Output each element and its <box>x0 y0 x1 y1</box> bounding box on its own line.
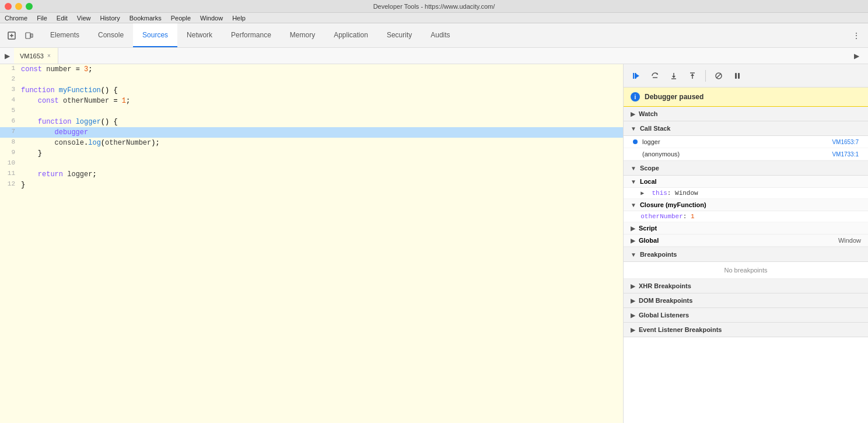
global-scope-header[interactable]: ▶ Global Window <box>624 235 868 247</box>
debugger-content[interactable]: i Debugger paused ▶ Watch ▼ Call Stack l <box>624 88 868 423</box>
inspect-element-button[interactable] <box>5 29 19 43</box>
global-listeners-arrow-icon: ▶ <box>631 312 635 319</box>
line-content-5 <box>21 106 623 117</box>
local-scope-header[interactable]: ▼ Local <box>624 176 868 188</box>
menu-file[interactable]: File <box>37 15 47 22</box>
tab-icon-area <box>0 23 41 47</box>
global-listeners-label: Global Listeners <box>639 312 689 319</box>
code-line-11: 11 return logger; <box>0 169 623 180</box>
script-label: Script <box>639 225 657 232</box>
svg-rect-13 <box>738 73 740 79</box>
event-listener-breakpoints-header[interactable]: ▶ Event Listener Breakpoints <box>624 323 868 337</box>
code-editor[interactable]: 1 const number = 3; 2 3 function myFunct… <box>0 64 623 423</box>
watch-section-header[interactable]: ▶ Watch <box>624 107 868 121</box>
deactivate-breakpoints-button[interactable] <box>710 68 727 84</box>
code-lines: 1 const number = 3; 2 3 function myFunct… <box>0 64 623 190</box>
local-label: Local <box>640 178 657 185</box>
breakpoints-label: Breakpoints <box>640 251 677 258</box>
closure-scope-header[interactable]: ▼ Closure (myFunction) <box>624 199 868 211</box>
device-toolbar-button[interactable] <box>22 29 36 43</box>
call-stack-arrow-icon: ▼ <box>631 125 636 132</box>
global-label: Global <box>639 237 659 244</box>
call-stack-label: Call Stack <box>640 125 671 132</box>
breakpoints-section-header[interactable]: ▼ Breakpoints <box>624 247 868 262</box>
tab-sources[interactable]: Sources <box>133 23 177 47</box>
file-tab-vm1653[interactable]: VM1653 × <box>14 48 58 64</box>
code-line-6: 6 function logger() { <box>0 117 623 127</box>
step-over-button[interactable] <box>647 68 663 84</box>
debugger-panel: i Debugger paused ▶ Watch ▼ Call Stack l <box>623 64 868 423</box>
scope-item-othernumber: otherNumber: 1 <box>624 211 868 222</box>
line-content-11: return logger; <box>21 169 623 180</box>
tab-network[interactable]: Network <box>177 23 222 47</box>
no-breakpoints-label: No breakpoints <box>624 262 868 278</box>
subtab-prev-button[interactable]: ▶ <box>0 48 14 64</box>
menu-edit[interactable]: Edit <box>57 15 68 22</box>
main-area: 1 const number = 3; 2 3 function myFunct… <box>0 64 868 423</box>
menu-people[interactable]: People <box>171 15 191 22</box>
global-arrow-icon: ▶ <box>631 237 635 244</box>
call-location-logger: VM1653:7 <box>832 139 859 145</box>
step-out-button[interactable] <box>684 68 701 84</box>
code-line-9: 9 } <box>0 148 623 159</box>
svg-rect-3 <box>633 73 634 79</box>
menu-history[interactable]: History <box>100 15 120 22</box>
scope-section-header[interactable]: ▼ Scope <box>624 161 868 176</box>
line-number-12: 12 <box>0 180 21 190</box>
scope-key-othernumber: otherNumber <box>640 213 683 220</box>
tab-audits[interactable]: Audits <box>421 23 459 47</box>
svg-rect-12 <box>735 73 737 79</box>
call-name-anonymous: (anonymous) <box>642 151 827 158</box>
script-arrow-icon: ▶ <box>631 225 635 232</box>
line-content-10 <box>21 159 623 169</box>
tab-elements[interactable]: Elements <box>41 23 89 47</box>
resume-button[interactable] <box>628 68 645 84</box>
global-listeners-header[interactable]: ▶ Global Listeners <box>624 308 868 323</box>
menu-view[interactable]: View <box>77 15 91 22</box>
more-tabs-button[interactable]: ⋮ <box>849 29 863 43</box>
tabs: Elements Console Sources Network Perform… <box>41 23 845 47</box>
close-traffic-light[interactable] <box>5 3 12 10</box>
breakpoints-content: No breakpoints <box>624 262 868 279</box>
code-line-1: 1 const number = 3; <box>0 64 623 75</box>
tab-memory[interactable]: Memory <box>281 23 324 47</box>
file-tab-name: VM1653 <box>20 53 44 60</box>
subtab-end: ▶ <box>849 48 868 64</box>
tab-application[interactable]: Application <box>324 23 377 47</box>
xhr-breakpoints-header[interactable]: ▶ XHR Breakpoints <box>624 279 868 293</box>
window-title: Developer Tools - https://www.udacity.co… <box>373 3 495 10</box>
pause-on-exception-button[interactable] <box>729 68 746 84</box>
menu-chrome[interactable]: Chrome <box>5 15 27 22</box>
call-stack-item-logger[interactable]: logger VM1653:7 <box>624 136 868 148</box>
line-content-8: console.log(otherNumber); <box>21 138 623 148</box>
tab-console[interactable]: Console <box>89 23 133 47</box>
call-stack-section-header[interactable]: ▼ Call Stack <box>624 121 868 136</box>
code-line-8: 8 console.log(otherNumber); <box>0 138 623 148</box>
local-arrow-icon: ▼ <box>631 179 636 185</box>
maximize-traffic-light[interactable] <box>26 3 33 10</box>
event-listener-arrow-icon: ▶ <box>631 327 635 333</box>
file-tab-close[interactable]: × <box>46 53 52 59</box>
line-number-3: 3 <box>0 85 21 96</box>
subtab-run-button[interactable]: ▶ <box>849 52 863 60</box>
menu-bookmarks[interactable]: Bookmarks <box>130 15 162 22</box>
script-scope-header[interactable]: ▶ Script <box>624 222 868 235</box>
svg-rect-2 <box>31 34 33 37</box>
minimize-traffic-light[interactable] <box>15 3 22 10</box>
menu-window[interactable]: Window <box>200 15 223 22</box>
menu-help[interactable]: Help <box>232 15 246 22</box>
line-number-11: 11 <box>0 169 21 180</box>
dom-arrow-icon: ▶ <box>631 298 635 304</box>
line-number-8: 8 <box>0 138 21 148</box>
step-into-button[interactable] <box>666 68 682 84</box>
devtools: Elements Console Sources Network Perform… <box>0 23 868 423</box>
tab-security[interactable]: Security <box>377 23 421 47</box>
code-line-12: 12 } <box>0 180 623 190</box>
line-number-1: 1 <box>0 64 21 75</box>
scope-key-this: this <box>652 190 667 197</box>
dom-breakpoints-header[interactable]: ▶ DOM Breakpoints <box>624 293 868 308</box>
call-stack-item-anonymous[interactable]: (anonymous) VM1733:1 <box>624 148 868 160</box>
tab-performance[interactable]: Performance <box>222 23 281 47</box>
closure-arrow-icon: ▼ <box>631 202 636 208</box>
toolbar-separator <box>705 70 706 82</box>
